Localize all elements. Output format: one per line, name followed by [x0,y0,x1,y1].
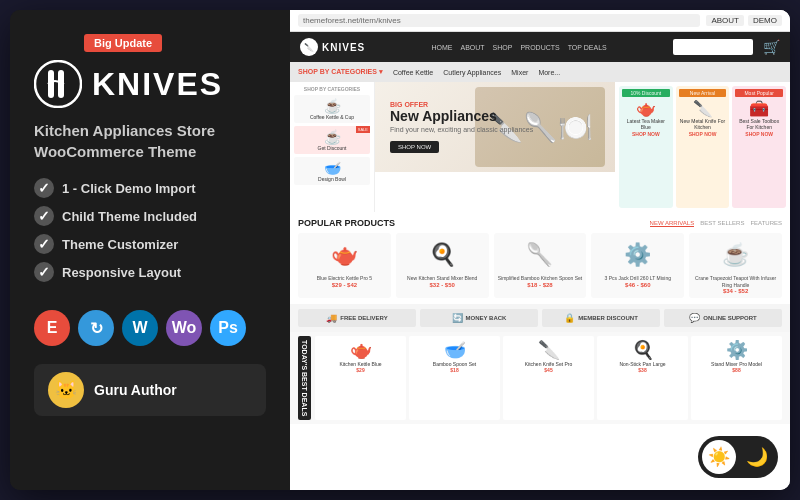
nav-item-about[interactable]: ABOUT [460,44,484,51]
member-label: MEMBER DISCOUNT [578,315,638,321]
categories-bar: SHOP BY CATEGORIES ▾ Coffee Kettle Cutle… [290,62,790,82]
guru-author-badge: 🐱 Guru Author [34,364,266,416]
photoshop-icon: Ps [210,310,246,346]
hero-subtitle: Find your new, exciting and classic appl… [390,126,533,133]
side-product-bowl[interactable]: 🥣 Design Bowl [294,157,370,185]
check-icon: ✓ [34,234,54,254]
theme-toggle[interactable]: ☀️ 🌙 [698,436,778,478]
cat-mixer[interactable]: Mixer [511,69,528,76]
product-card[interactable]: ☕ Crane Trapezoid Teapot With Infuser Ri… [689,233,782,298]
check-icon: ✓ [34,206,54,226]
store-nav: HOME ABOUT SHOP PRODUCTS TOP DEALS [375,44,663,51]
hero-title: New Appliances [390,108,533,125]
tab-new-arrivals[interactable]: NEW ARRIVALS [650,220,695,227]
browser-action-btn: ABOUT [706,15,744,26]
product-image: 🫖 [302,237,387,272]
check-icon: ✓ [34,178,54,198]
product-card[interactable]: ⚙️ 3 Pcs Jack Drill 260 LT Mixing $46 - … [591,233,684,298]
store-search[interactable] [673,39,753,55]
product-price: $32 - $50 [400,282,485,288]
dark-mode-button[interactable]: 🌙 [740,440,774,474]
featured-card-3[interactable]: Most Popular 🧰 Best Sale Toolbox For Kit… [732,86,786,208]
wordpress-icon: W [122,310,158,346]
store-logo: 🔪 KNIVES [300,38,365,56]
product-card[interactable]: 🍳 New Kitchen Stand Mixer Blend $32 - $5… [396,233,489,298]
product-image: ⚙️ [595,237,680,272]
section-title: POPULAR PRODUCTS [298,218,395,228]
brand-name: KNIVES [92,66,223,103]
store-name: KNIVES [322,42,365,53]
product-name: New Kitchen Stand Mixer Blend [400,275,485,282]
featured-card-2[interactable]: New Arrival 🔪 New Metal Knife For Kitche… [676,86,730,208]
left-panel: Big Update KNIVES Kitchen Appliances Sto… [10,10,290,490]
sun-icon: ☀️ [708,446,730,468]
customizer-icon: ↻ [78,310,114,346]
product-price: $46 - $60 [595,282,680,288]
store-logo-icon: 🔪 [300,38,318,56]
check-icon: ✓ [34,262,54,282]
features-list: ✓ 1 - Click Demo Import ✓ Child Theme In… [34,178,266,290]
deal-card[interactable]: 🫖 Kitchen Kettle Blue $29 [315,336,406,420]
side-product[interactable]: ☕ Coffee Kettle & Cup [294,95,370,123]
main-card: Big Update KNIVES Kitchen Appliances Sto… [10,10,790,490]
product-price: $18 - $28 [498,282,583,288]
delivery-icon: 🚚 [326,313,337,323]
logo-row: KNIVES [34,60,266,108]
deals-grid: 🫖 Kitchen Kettle Blue $29 🥣 Bamboo Spoon… [315,336,782,420]
plugin-icons-row: E ↻ W Wo Ps [34,310,266,346]
tab-features[interactable]: FEATURES [750,220,782,227]
product-image: 🥄 [498,237,583,272]
side-product-featured[interactable]: SALE ☕ Get Discount [294,126,370,154]
nav-item-shop[interactable]: SHOP [493,44,513,51]
best-deals-section: TODAY'S BEST DEALS 🫖 Kitchen Kettle Blue… [290,332,790,424]
deal-card[interactable]: ⚙️ Stand Mixer Pro Model $88 [691,336,782,420]
banner-member-discount: 🔒 MEMBER DISCOUNT [542,309,660,327]
moon-icon: 🌙 [746,446,768,468]
hero-text: Big Offer New Appliances Find your new, … [390,101,533,154]
browser-url: themeforest.net/item/knives [298,14,700,27]
nav-item-deals[interactable]: TOP DEALS [568,44,607,51]
deal-card[interactable]: 🔪 Kitchen Knife Set Pro $45 [503,336,594,420]
cat-all[interactable]: SHOP BY CATEGORIES ▾ [298,68,383,76]
right-featured: 10% Discount 🫖 Latest Tea Maker Blue SHO… [615,82,790,212]
banner-free-delivery: 🚚 FREE DELIVERY [298,309,416,327]
cart-icon[interactable]: 🛒 [763,39,780,55]
product-image: ☕ [693,237,778,272]
guru-label: Guru Author [94,382,177,398]
browser-topbar: themeforest.net/item/knives ABOUT DEMO [290,10,790,32]
products-header: POPULAR PRODUCTS NEW ARRIVALS BEST SELLE… [298,218,782,228]
products-filter-tabs: NEW ARRIVALS BEST SELLERS FEATURES [650,220,782,227]
banner-strip: 🚚 FREE DELIVERY 🔄 MONEY BACK 🔒 MEMBER DI… [290,304,790,332]
light-mode-button[interactable]: ☀️ [702,440,736,474]
cat-cutlery[interactable]: Cutlery Appliances [443,69,501,76]
popular-products-section: POPULAR PRODUCTS NEW ARRIVALS BEST SELLE… [290,212,790,304]
tab-best-sellers[interactable]: BEST SELLERS [700,220,744,227]
money-back-icon: 🔄 [452,313,463,323]
products-grid: 🫖 Blue Electric Kettle Pro 5 $29 - $42 🍳… [298,233,782,298]
cat-more[interactable]: More... [538,69,560,76]
feature-item: ✓ 1 - Click Demo Import [34,178,266,198]
deal-card[interactable]: 🥣 Bamboo Spoon Set $18 [409,336,500,420]
hero-cta[interactable]: SHOP NOW [390,141,439,153]
member-icon: 🔒 [564,313,575,323]
side-products: SHOP BY CATEGORIES ☕ Coffee Kettle & Cup… [290,82,375,212]
featured-card-1[interactable]: 10% Discount 🫖 Latest Tea Maker Blue SHO… [619,86,673,208]
best-deals-label: TODAY'S BEST DEALS [298,336,311,420]
right-panel: themeforest.net/item/knives ABOUT DEMO 🔪… [290,10,790,490]
nav-item-home[interactable]: HOME [431,44,452,51]
tagline: Kitchen Appliances Store WooCommerce The… [34,120,266,162]
nav-item-products[interactable]: PRODUCTS [520,44,559,51]
product-price: $29 - $42 [302,282,387,288]
product-card[interactable]: 🫖 Blue Electric Kettle Pro 5 $29 - $42 [298,233,391,298]
product-image: 🍳 [400,237,485,272]
hero-banner: Big Offer New Appliances Find your new, … [375,82,615,172]
elementor-icon: E [34,310,70,346]
feature-item: ✓ Child Theme Included [34,206,266,226]
product-card[interactable]: 🥄 Simplified Bamboo Kitchen Spoon Set $1… [494,233,587,298]
cat-kettle[interactable]: Coffee Kettle [393,69,433,76]
product-name: 3 Pcs Jack Drill 260 LT Mixing [595,275,680,282]
banner-money-back: 🔄 MONEY BACK [420,309,538,327]
feature-item: ✓ Responsive Layout [34,262,266,282]
support-icon: 💬 [689,313,700,323]
deal-card[interactable]: 🍳 Non-Stick Pan Large $38 [597,336,688,420]
